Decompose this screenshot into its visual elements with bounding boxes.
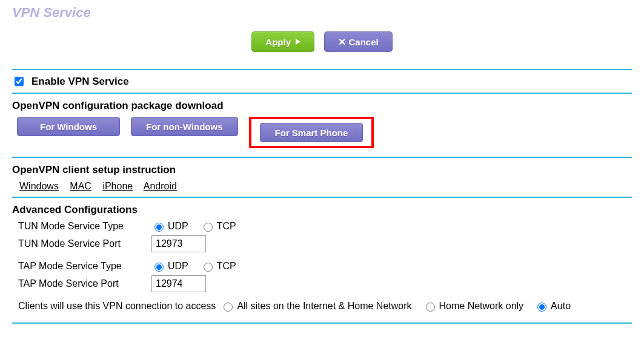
- enable-vpn-label: Enable VPN Service: [32, 76, 129, 88]
- setup-link-android[interactable]: Android: [144, 181, 177, 191]
- close-icon: ✕: [338, 36, 346, 48]
- apply-button[interactable]: Apply: [251, 31, 314, 52]
- cancel-button[interactable]: ✕ Cancel: [324, 31, 392, 52]
- play-icon: [296, 39, 300, 45]
- access-all-label: All sites on the Internet & Home Network: [237, 301, 411, 312]
- tap-port-label: TAP Mode Service Port: [18, 278, 145, 289]
- advanced-section: Advanced Configurations TUN Mode Service…: [12, 198, 632, 322]
- setup-link-windows[interactable]: Windows: [19, 181, 59, 191]
- tcp-label: TCP: [217, 221, 236, 232]
- advanced-heading: Advanced Configurations: [12, 204, 632, 216]
- divider: [12, 322, 632, 324]
- download-section: OpenVPN configuration package download F…: [12, 94, 632, 157]
- tap-tcp-option[interactable]: TCP: [201, 261, 236, 272]
- tap-port-input[interactable]: [151, 275, 206, 292]
- tun-type-label: TUN Mode Service Type: [18, 221, 145, 232]
- tap-udp-radio[interactable]: [154, 263, 164, 272]
- tap-udp-option[interactable]: UDP: [151, 261, 188, 272]
- tun-tcp-option[interactable]: TCP: [201, 221, 236, 232]
- udp-label: UDP: [168, 221, 188, 232]
- page-title: VPN Service: [12, 5, 632, 21]
- tap-tcp-radio[interactable]: [204, 263, 213, 272]
- download-smartphone-button[interactable]: For Smart Phone: [260, 123, 363, 142]
- access-label: Clients will use this VPN connection to …: [18, 301, 216, 312]
- access-auto-option[interactable]: Auto: [534, 301, 571, 312]
- access-auto-radio[interactable]: [537, 303, 546, 312]
- setup-section: OpenVPN client setup instruction Windows…: [12, 158, 632, 197]
- enable-vpn-checkbox[interactable]: [15, 77, 24, 86]
- cancel-label: Cancel: [348, 37, 378, 47]
- setup-link-mac[interactable]: MAC: [70, 181, 91, 191]
- setup-link-iphone[interactable]: iPhone: [102, 181, 133, 191]
- access-all-option[interactable]: All sites on the Internet & Home Network: [221, 301, 411, 312]
- smartphone-highlight: For Smart Phone: [249, 117, 374, 148]
- tun-udp-option[interactable]: UDP: [151, 221, 188, 232]
- top-button-bar: Apply ✕ Cancel: [12, 31, 632, 52]
- access-auto-label: Auto: [551, 301, 571, 312]
- tun-port-label: TUN Mode Service Port: [18, 238, 145, 249]
- download-nonwindows-button[interactable]: For non-Windows: [131, 117, 238, 136]
- download-windows-button[interactable]: For Windows: [17, 117, 120, 136]
- setup-heading: OpenVPN client setup instruction: [12, 164, 632, 176]
- access-all-radio[interactable]: [224, 303, 233, 312]
- access-home-radio[interactable]: [426, 303, 435, 312]
- tun-udp-radio[interactable]: [154, 223, 164, 232]
- access-home-option[interactable]: Home Network only: [423, 301, 524, 312]
- access-home-label: Home Network only: [439, 301, 524, 312]
- tun-port-input[interactable]: [151, 235, 206, 252]
- apply-label: Apply: [265, 37, 291, 47]
- udp-label: UDP: [168, 261, 188, 272]
- tun-tcp-radio[interactable]: [204, 223, 213, 232]
- enable-row: Enable VPN Service: [12, 70, 632, 93]
- download-heading: OpenVPN configuration package download: [12, 100, 632, 112]
- tap-type-label: TAP Mode Service Type: [18, 261, 145, 272]
- tcp-label: TCP: [217, 261, 236, 272]
